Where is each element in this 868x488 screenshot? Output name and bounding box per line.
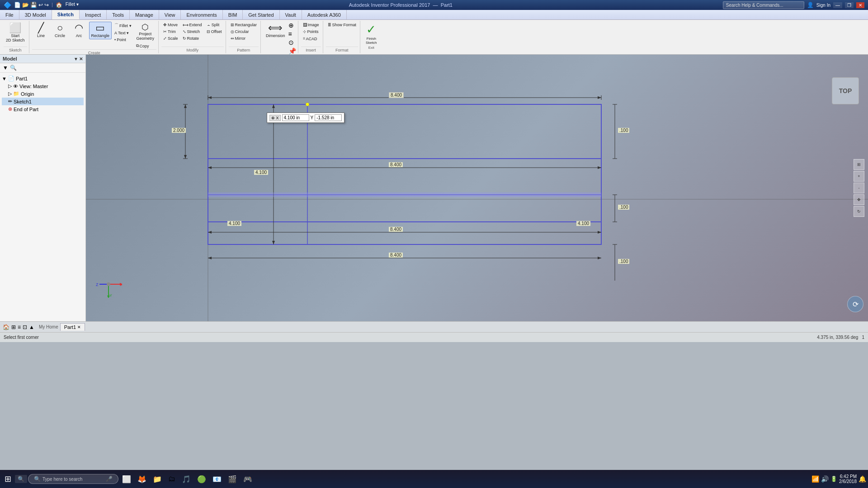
tab-inspect[interactable]: Inspect (80, 10, 107, 19)
orbit-nav-button[interactable]: ⟳ (847, 296, 863, 312)
concentric-icon[interactable]: ⊙ (288, 39, 296, 46)
home-tab[interactable]: My Home (39, 324, 58, 329)
rotate-button[interactable]: ↻ Rotate (181, 35, 204, 42)
zoom-out-button[interactable]: - (854, 183, 864, 193)
tree-item-part1[interactable]: ▼ 📄 Part1 (2, 75, 84, 82)
volume-icon[interactable]: 🔊 (821, 475, 829, 483)
fillet-button[interactable]: ⌒ Fillet ▾ (113, 22, 133, 29)
fix-icon[interactable]: 📌 (288, 47, 296, 55)
part1-icon: 📄 (8, 75, 14, 81)
search-button[interactable]: 🔍 (15, 475, 27, 483)
points-button[interactable]: ⊹ Points (301, 28, 321, 35)
acad-button[interactable]: ⌗ ACAD (301, 35, 321, 42)
move-button[interactable]: ✥ Move (161, 22, 180, 28)
video-button[interactable]: 🎬 (225, 474, 240, 484)
search-help-input[interactable]: Search Help & Commands... (723, 1, 804, 9)
coord-x-input[interactable] (282, 114, 309, 121)
project-geometry-button[interactable]: ⬡ ProjectGeometry (134, 22, 157, 42)
start-button[interactable]: ⊞ (2, 474, 14, 484)
nav-home-icon[interactable]: 🏠 (3, 324, 9, 330)
stretch-icon: ⤡ (183, 29, 186, 34)
tab-vault[interactable]: Vault (280, 10, 302, 19)
tree-item-origin[interactable]: ▷ 📁 Origin (2, 90, 84, 98)
offset-button[interactable]: ⊟ Offset (205, 28, 224, 35)
zoom-in-button[interactable]: + (854, 171, 864, 182)
canvas[interactable]: 8.400 8.400 8.400 8.400 2.000 4.100 .100… (86, 55, 868, 321)
extend-button[interactable]: ⟷ Extend (181, 22, 204, 28)
tab-file[interactable]: File (0, 10, 19, 19)
tab-3dmodel[interactable]: 3D Model (19, 10, 52, 19)
redo-icon[interactable]: ↪ (44, 2, 49, 8)
new-icon[interactable]: 📄 (14, 2, 21, 8)
collinear-icon[interactable]: ≡ (288, 30, 296, 38)
pan-button[interactable]: ✥ (854, 194, 864, 205)
rectangular-button[interactable]: ⊞ Rectangular (229, 22, 259, 28)
network-icon[interactable]: 📶 (811, 475, 819, 483)
tab-manage[interactable]: Manage (130, 10, 159, 19)
tree-item-viewmaster[interactable]: ▷ 👁 View: Master (2, 82, 84, 90)
tree-item-sketch1[interactable]: ✏ Sketch1 (2, 98, 84, 105)
filter-icon[interactable]: ▼ (74, 56, 78, 61)
spotify-button[interactable]: 🟢 (194, 474, 209, 484)
rectangle-button[interactable]: ▭ Rectangle (89, 22, 112, 39)
split-button[interactable]: ⫠ Split (205, 22, 224, 28)
files-button[interactable]: 📁 (150, 474, 165, 484)
coord-y-input[interactable] (315, 114, 342, 121)
tab-a360[interactable]: Autodesk A360 (302, 10, 347, 19)
tab-bim[interactable]: BIM (223, 10, 243, 19)
start-2d-sketch-button[interactable]: ⬜ Start2D Sketch (4, 22, 27, 44)
open-icon[interactable]: 📂 (22, 2, 29, 8)
nav-list-icon[interactable]: ≡ (18, 324, 21, 330)
signin-label[interactable]: Sign In (816, 3, 830, 8)
tree-item-endofpart[interactable]: ⊗ End of Part (2, 105, 84, 113)
notification-icon[interactable]: 🔔 (859, 475, 866, 483)
trim-button[interactable]: ✂ Trim (161, 28, 180, 35)
nav-grid-icon[interactable]: ⊞ (11, 324, 16, 330)
store-button[interactable]: 🗂 (165, 474, 178, 484)
tab-tools[interactable]: Tools (107, 10, 130, 19)
undo-icon[interactable]: ↩ (38, 2, 43, 8)
part1-tab-close[interactable]: ✕ (77, 325, 81, 329)
orbit-button[interactable]: ↻ (854, 206, 864, 217)
text-button[interactable]: A Text ▾ (113, 30, 133, 36)
mirror-button[interactable]: ⇔ Mirror (229, 35, 259, 42)
zoom-extents-button[interactable]: ⊞ (854, 159, 864, 170)
tab-environments[interactable]: Environments (181, 10, 222, 19)
point-button[interactable]: • Point (113, 37, 133, 43)
nav-up-icon[interactable]: ▲ (29, 324, 34, 330)
viewmaster-icon: 👁 (13, 84, 18, 89)
task-view-button[interactable]: ⬜ (119, 474, 134, 484)
firefox-button[interactable]: 🦊 (135, 474, 149, 484)
save-icon[interactable]: 💾 (30, 2, 37, 8)
tab-sketch[interactable]: Sketch (52, 10, 80, 19)
minimize-button[interactable]: — (833, 2, 842, 8)
coincident-icon[interactable]: ⊕ (288, 22, 296, 29)
nav-expand-icon[interactable]: ⊡ (23, 324, 27, 330)
taskbar-search[interactable]: 🔍 Type here to search 🎤 (28, 474, 118, 484)
music-button[interactable]: 🎵 (179, 474, 193, 484)
circle-button[interactable]: ○ Circle (51, 22, 69, 39)
restore-button[interactable]: ❐ (845, 2, 854, 8)
game-button[interactable]: 🎮 (241, 474, 255, 484)
tab-view[interactable]: View (159, 10, 181, 19)
model-view-icon[interactable]: 🔍 (10, 65, 17, 71)
finish-sketch-button[interactable]: ✓ FinishSketch Exit (363, 22, 379, 51)
show-format-button[interactable]: ≣ Show Format (326, 22, 359, 28)
viewcube[interactable]: TOP (832, 77, 859, 104)
image-button[interactable]: 🖼 Image (301, 22, 321, 28)
copy-button[interactable]: ⧉ Copy (134, 42, 157, 49)
part1-tab[interactable]: Part1 ✕ (60, 323, 85, 331)
close-button[interactable]: ✕ (856, 2, 864, 8)
dimension-button[interactable]: ⟺ Dimension (264, 22, 288, 39)
line-button[interactable]: ╱ Line (32, 22, 50, 39)
arc-button[interactable]: ◠ Arc (70, 22, 88, 39)
appearance-label[interactable]: Fillet ▾ (66, 2, 79, 8)
home-icon-qa[interactable]: 🏠 (56, 2, 62, 8)
tab-getstarted[interactable]: Get Started (243, 10, 279, 19)
mail-button[interactable]: 📧 (210, 474, 224, 484)
stretch-button[interactable]: ⤡ Stretch (181, 28, 204, 35)
model-filter-icon[interactable]: ▼ (3, 65, 8, 71)
close-panel-icon[interactable]: ✕ (79, 56, 83, 61)
circular-button[interactable]: ◎ Circular (229, 28, 259, 35)
scale-button[interactable]: ⤢ Scale (161, 35, 180, 42)
